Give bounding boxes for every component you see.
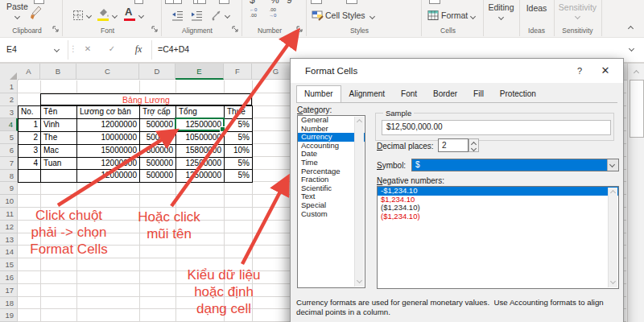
cell-styles-button[interactable]: Cell Styles [325,10,365,20]
row-header-4[interactable]: 4 [0,118,18,131]
category-scrollbar[interactable] [354,117,364,287]
dialog-titlebar[interactable]: Format Cells ? ✕ [291,59,623,83]
sheet-table-title[interactable]: Bảng Lương [40,93,252,106]
collapse-ribbon-icon[interactable] [628,26,634,31]
tab-border[interactable]: Border [425,85,465,101]
scroll-up-icon[interactable] [628,64,644,77]
borders-dropdown-icon[interactable] [86,13,92,19]
table-cell[interactable]: Tuan [41,158,77,171]
decimal-spinner[interactable] [469,138,479,152]
negative-numbers-listbox[interactable]: -$1,234.10$1,234.10($1,234.10)($1,234.10… [377,186,619,289]
table-cell[interactable] [41,170,77,183]
alignment-dialog-launcher[interactable] [232,26,239,33]
tab-font[interactable]: Font [393,85,425,101]
format-dropdown-icon[interactable] [470,14,476,19]
table-cell[interactable]: 5% [225,132,253,145]
formula-input[interactable]: =C4+D4 [158,38,189,60]
decimal-places-input[interactable]: 2 [438,138,469,152]
table-cell[interactable]: 15000000 [77,145,140,158]
tab-alignment[interactable]: Alignment [341,85,393,101]
fill-handle[interactable] [220,126,225,132]
row-header-10[interactable]: 10 [0,195,18,208]
enter-button[interactable]: ✓ [105,38,119,60]
format-painter-icon[interactable] [29,5,42,20]
table-header-cell[interactable]: Thuế [225,106,253,119]
scroll-down-icon[interactable] [357,278,362,283]
select-all-corner[interactable] [0,64,19,81]
table-cell[interactable]: 1 [19,119,41,132]
column-header-E[interactable]: E [175,64,224,80]
row-header-7[interactable]: 7 [0,157,18,170]
increase-indent-icon[interactable] [191,10,203,21]
help-button[interactable]: ? [572,59,588,83]
table-cell[interactable]: 12500000 [176,170,225,183]
spin-down-icon[interactable] [471,146,477,151]
table-cell[interactable]: 5% [225,170,253,183]
name-box-dropdown-icon[interactable] [54,47,60,52]
decrease-indent-icon[interactable] [171,10,184,21]
decrease-decimal-icon[interactable]: .00→0 [269,7,276,19]
cancel-button[interactable]: ✕ [80,38,95,60]
table-cell[interactable]: 12000000 [77,170,140,183]
font-color-dropdown-icon[interactable] [138,13,144,19]
table-cell[interactable]: Mac [41,145,77,158]
category-listbox[interactable]: GeneralNumberCurrencyAccountingDateTimeP… [297,115,365,288]
row-header-8[interactable]: 8 [0,170,18,183]
table-cell[interactable]: 15800000 [176,145,225,158]
symbol-dropdown-button[interactable] [607,159,618,171]
scroll-up-icon[interactable] [357,119,362,125]
row-header-16[interactable]: 16 [0,271,18,284]
row-header-17[interactable]: 17 [0,284,18,297]
table-cell[interactable] [19,170,41,183]
table-cell[interactable]: 3 [19,145,41,158]
row-header-5[interactable]: 5 [0,131,18,144]
font-color-icon[interactable]: A [125,6,132,18]
borders-icon[interactable] [72,10,84,21]
scroll-up-icon[interactable] [610,190,616,196]
row-header-9[interactable]: 9 [0,182,18,195]
table-cell[interactable]: 500000 [140,158,176,171]
row-header-15[interactable]: 15 [0,258,18,271]
format-button[interactable]: Format [441,10,468,20]
insert-function-icon[interactable]: fx [130,38,147,60]
table-cell[interactable]: 500000 [140,170,176,183]
table-header-cell[interactable]: No. [19,106,41,119]
negative-format-item[interactable]: ($1,234.10) [378,213,618,221]
table-cell[interactable]: 12000000 [77,158,140,171]
cell-styles-dropdown-icon[interactable] [369,14,375,19]
scroll-down-icon[interactable] [610,279,616,284]
orientation-dropdown-icon[interactable] [225,13,230,19]
column-header-B[interactable]: B [40,64,76,80]
negative-format-item[interactable]: -$1,234.10 [378,187,618,196]
sheet-vertical-scrollbar[interactable] [627,64,644,322]
table-cell[interactable]: 500000 [140,119,176,132]
table-cell[interactable]: 5% [225,119,253,132]
increase-decimal-icon[interactable]: ←0.00 [250,7,257,19]
row-header-1[interactable]: 1 [0,80,18,93]
table-cell[interactable]: 10000000 [77,132,140,145]
table-header-cell[interactable]: Lương cơ bản [77,106,140,119]
table-cell[interactable]: The [41,132,77,145]
paste-dropdown-icon[interactable] [14,14,20,19]
table-cell[interactable]: 10% [225,145,253,158]
table-cell[interactable]: 5% [225,158,253,171]
column-header-F[interactable]: F [224,64,252,80]
number-dialog-launcher[interactable] [296,26,303,33]
column-header-D[interactable]: D [139,64,175,80]
table-cell[interactable]: 12000000 [77,119,140,132]
tab-number[interactable]: Number [296,85,341,102]
ideas-button[interactable]: Ideas [519,3,554,13]
tab-protection[interactable]: Protection [492,85,544,101]
font-dialog-launcher[interactable] [151,26,159,33]
row-header-6[interactable]: 6 [0,144,18,157]
table-cell[interactable]: 2 [19,132,41,145]
column-header-A[interactable]: A [18,64,40,80]
table-cell[interactable]: 500000 [140,132,176,145]
tab-fill[interactable]: Fill [465,85,492,101]
paste-button[interactable]: Paste [6,2,28,11]
negative-scrollbar[interactable] [608,188,617,287]
symbol-combobox[interactable]: $ [411,159,619,171]
table-cell[interactable]: 10500000 [176,132,225,145]
column-header-C[interactable]: C [76,64,139,80]
clipboard-dialog-launcher[interactable] [52,26,60,33]
